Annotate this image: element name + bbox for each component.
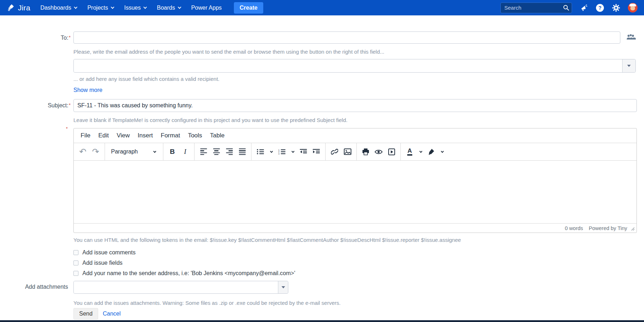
required-asterisk: * (69, 35, 71, 40)
jira-brand[interactable]: Jira (7, 4, 30, 12)
indent-icon (313, 149, 320, 155)
bullet-list-button[interactable] (254, 146, 266, 158)
text-color-options-button[interactable] (417, 146, 424, 158)
user-avatar[interactable] (628, 3, 638, 13)
attachments-input[interactable] (74, 281, 278, 293)
text-color-button[interactable]: A (404, 146, 416, 158)
menu-edit[interactable]: Edit (94, 130, 112, 141)
justify-button[interactable] (236, 146, 248, 158)
nav-issues[interactable]: Issues (124, 5, 146, 11)
gear-icon (612, 4, 620, 12)
menu-tools[interactable]: Tools (184, 130, 206, 141)
highlight-color-options-button[interactable] (438, 146, 446, 158)
nav-dashboards-label: Dashboards (40, 5, 71, 11)
subject-label: Subject:* (0, 102, 71, 109)
attachments-dropdown-button[interactable] (278, 281, 288, 293)
email-body-editor: File Edit View Insert Format Tools Table… (73, 128, 637, 233)
align-center-button[interactable] (210, 146, 222, 158)
numbered-list-button[interactable]: 1 2 3 (276, 146, 288, 158)
alignment-group (194, 143, 251, 160)
add-sender-name-option[interactable]: Add your name to the sender address, i.e… (73, 270, 295, 277)
indent-button[interactable] (310, 146, 322, 158)
nav-power-apps[interactable]: Power Apps (191, 5, 222, 11)
text-color-icon: A (407, 148, 412, 156)
checkbox[interactable] (73, 260, 78, 265)
navbar-right: ? (500, 3, 638, 13)
insert-link-button[interactable] (328, 146, 341, 158)
editor-content-area[interactable] (74, 161, 636, 223)
nav-dashboards[interactable]: Dashboards (40, 5, 77, 11)
word-count: 0 words (565, 225, 583, 231)
browse-recipients-button[interactable] (626, 33, 636, 43)
menu-view[interactable]: View (113, 130, 134, 141)
required-asterisk: * (69, 102, 71, 108)
help-button[interactable]: ? (596, 4, 604, 12)
announcements-button[interactable] (580, 4, 588, 12)
to-input[interactable] (73, 31, 620, 44)
align-right-button[interactable] (223, 146, 235, 158)
print-button[interactable] (360, 146, 372, 158)
block-format-group: Paragraph (105, 143, 163, 160)
undo-button[interactable]: ↶ (77, 146, 89, 158)
editor-statusbar: 0 words Powered by Tiny (74, 223, 636, 233)
subject-input[interactable] (73, 99, 637, 112)
subject-help-text: Leave it blank if TemplateMe! is correct… (73, 117, 347, 123)
list-indent-group: 1 2 3 (251, 143, 325, 160)
show-more-link[interactable]: Show more (73, 87, 102, 93)
nav-boards[interactable]: Boards (157, 5, 181, 11)
highlight-color-button[interactable] (425, 146, 437, 158)
checkbox[interactable] (73, 271, 78, 276)
search-input[interactable] (500, 3, 572, 13)
recipient-field-input[interactable] (74, 59, 622, 72)
menu-insert[interactable]: Insert (134, 130, 157, 141)
link-icon (331, 148, 338, 155)
attachments-combobox (73, 281, 288, 294)
attachments-help-text: You can add the issues attachments. Warn… (73, 300, 341, 306)
redo-button[interactable]: ↷ (90, 146, 102, 158)
add-issue-comments-option[interactable]: Add issue comments (73, 249, 136, 256)
outdent-button[interactable] (297, 146, 309, 158)
top-navbar: Jira Dashboards Projects Issues Boards P… (0, 0, 644, 15)
menu-table[interactable]: Table (206, 130, 229, 141)
to-label: To:* (0, 35, 71, 41)
search-icon[interactable] (563, 5, 569, 11)
create-button[interactable]: Create (234, 2, 263, 14)
chevron-down-icon (111, 5, 114, 9)
numbered-list-options-button[interactable] (289, 146, 297, 158)
align-right-icon (226, 148, 233, 155)
brand-title: Jira (18, 4, 30, 12)
preview-icon (375, 149, 383, 155)
settings-button[interactable] (612, 4, 620, 12)
chevron-down-icon (74, 5, 77, 9)
add-issue-fields-option[interactable]: Add issue fields (73, 260, 122, 266)
redo-icon: ↷ (92, 147, 99, 156)
text-style-group: B I (163, 143, 194, 160)
nav-projects[interactable]: Projects (87, 5, 114, 11)
insert-image-button[interactable] (341, 146, 354, 158)
italic-button[interactable]: I (179, 146, 191, 158)
send-button[interactable]: Send (73, 308, 98, 319)
bullet-list-options-button[interactable] (267, 146, 275, 158)
chevron-down-icon (292, 150, 294, 153)
recipient-field-dropdown-button[interactable] (622, 59, 635, 72)
bold-button[interactable]: B (166, 146, 178, 158)
cancel-link[interactable]: Cancel (103, 311, 121, 317)
preview-button[interactable] (373, 146, 385, 158)
align-left-button[interactable] (197, 146, 210, 158)
checkbox[interactable] (73, 250, 78, 255)
svg-text:3: 3 (278, 153, 279, 155)
color-group: A (400, 143, 449, 160)
page: Jira Dashboards Projects Issues Boards P… (0, 0, 644, 322)
menu-format[interactable]: Format (157, 130, 184, 141)
justify-icon (239, 148, 246, 155)
subject-label-text: Subject: (48, 102, 68, 108)
required-asterisk: * (66, 126, 68, 131)
dropdown-arrow-icon (282, 286, 285, 288)
insert-media-button[interactable] (385, 146, 398, 158)
menu-file[interactable]: File (77, 130, 94, 141)
powered-by-tiny[interactable]: Powered by Tiny (589, 225, 627, 231)
checkbox-label: Add issue fields (82, 260, 122, 266)
nav-power-apps-label: Power Apps (191, 5, 222, 11)
resize-handle-icon[interactable] (631, 227, 635, 231)
paragraph-format-select[interactable]: Paragraph (107, 146, 160, 158)
